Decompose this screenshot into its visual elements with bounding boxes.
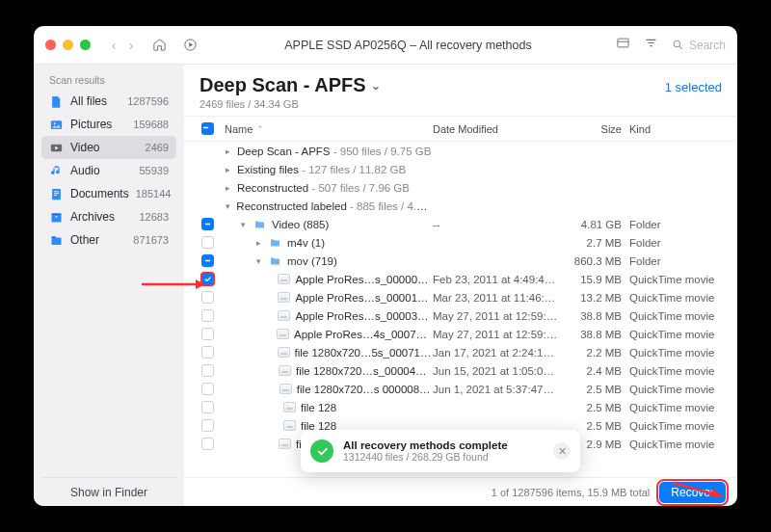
movie-icon — [278, 292, 290, 303]
disclosure-right-icon[interactable]: ▸ — [254, 238, 263, 248]
selected-count[interactable]: 1 selected — [665, 80, 722, 94]
group-row[interactable]: ▸Reconstructed - 507 files / 7.96 GB — [184, 178, 737, 197]
checkmark-icon — [310, 439, 333, 463]
row-checkbox[interactable] — [196, 291, 219, 304]
disclosure-down-icon[interactable]: ▾ — [224, 201, 231, 211]
date-modified: May 27, 2011 at 12:59:… — [433, 329, 566, 340]
sidebar-item-archives[interactable]: Archives12683 — [41, 205, 176, 228]
close-icon[interactable] — [45, 40, 56, 50]
row-checkbox[interactable] — [196, 364, 219, 377]
file-row[interactable]: file 1282.5 MBQuickTime movie — [184, 398, 737, 416]
file-size: 2.4 MB — [566, 365, 629, 377]
sidebar-item-count: 871673 — [133, 234, 169, 246]
folder-row[interactable]: ▾Video (885)--4.81 GBFolder — [184, 215, 737, 233]
sidebar-item-count: 159688 — [133, 119, 169, 130]
file-size: 4.81 GB — [566, 219, 629, 230]
file-row[interactable]: Apple ProRes…4s_000717.movMay 27, 2011 a… — [184, 325, 737, 343]
file-row[interactable]: file 1280x720…s_000041.movJun 15, 2021 a… — [184, 361, 737, 380]
toolbar-right: Search — [616, 36, 726, 54]
sidebar-item-video[interactable]: Video2469 — [41, 136, 176, 159]
item-name: Apple ProRes…4s_000717.mov — [294, 329, 433, 340]
row-checkbox[interactable] — [196, 383, 219, 395]
disclosure-right-icon[interactable]: ▸ — [224, 165, 232, 174]
file-kind: Folder — [629, 237, 726, 249]
sidebar-item-count: 12683 — [139, 211, 169, 223]
file-size: 38.8 MB — [566, 310, 629, 322]
file-row[interactable]: file 1280x720…5s_000716.movJan 17, 2021 … — [184, 343, 737, 361]
sidebar-item-pictures[interactable]: Pictures159688 — [41, 113, 176, 136]
group-row[interactable]: ▸Existing files - 127 files / 11.82 GB — [184, 160, 737, 178]
search-input[interactable]: Search — [672, 39, 726, 52]
file-row[interactable]: file 1280x720…s 000008.movJun 1, 2021 at… — [184, 380, 737, 398]
group-row[interactable]: ▸Deep Scan - APFS - 950 files / 9.75 GB — [184, 142, 737, 160]
show-in-finder-button[interactable]: Show in Finder — [41, 477, 176, 506]
sidebar-item-other[interactable]: Other871673 — [41, 228, 176, 252]
col-kind[interactable]: Kind — [629, 123, 726, 135]
minimize-icon[interactable] — [63, 40, 73, 50]
row-checkbox[interactable] — [196, 309, 219, 322]
footer: 1 of 1287596 items, 15.9 MB total Recove… — [184, 477, 737, 506]
row-checkbox[interactable] — [196, 254, 219, 267]
scan-icon[interactable] — [179, 35, 200, 56]
row-checkbox[interactable] — [196, 236, 219, 249]
disclosure-right-icon[interactable]: ▸ — [224, 146, 232, 156]
row-checkbox[interactable] — [196, 218, 219, 230]
close-icon[interactable]: ✕ — [553, 442, 571, 460]
col-name[interactable]: Name⌃ — [219, 123, 433, 135]
row-checkbox[interactable] — [196, 346, 219, 359]
sidebar-item-documents[interactable]: Documents185144 — [41, 182, 176, 205]
item-name: Apple ProRes…s_000012.mov — [295, 292, 433, 304]
sidebar-item-all-files[interactable]: All files1287596 — [41, 90, 176, 113]
toast-notification: All recovery methods complete 1312440 fi… — [301, 430, 580, 472]
col-date[interactable]: Date Modified — [433, 123, 566, 135]
disclosure-down-icon[interactable]: ▾ — [254, 256, 263, 266]
svg-point-2 — [674, 40, 680, 47]
file-list[interactable]: ▸Deep Scan - APFS - 950 files / 9.75 GB▸… — [184, 142, 737, 477]
item-name: Apple ProRes…s_000000.mov — [295, 274, 433, 285]
back-icon[interactable]: ‹ — [106, 35, 121, 56]
svg-rect-6 — [52, 188, 61, 199]
status-text: 1 of 1287596 items, 15.9 MB total — [492, 487, 651, 498]
row-checkbox[interactable] — [196, 401, 219, 413]
home-icon[interactable] — [148, 35, 170, 56]
recover-button[interactable]: Recover — [659, 482, 726, 503]
file-size: 13.2 MB — [566, 292, 629, 304]
sidebar-item-label: All files — [70, 94, 107, 108]
date-modified: May 27, 2011 at 12:59:… — [433, 310, 566, 322]
file-kind: QuickTime movie — [629, 274, 726, 285]
file-size: 38.8 MB — [566, 329, 629, 340]
view-mode-icon[interactable] — [616, 36, 630, 54]
zoom-icon[interactable] — [80, 40, 91, 50]
item-name: mov (719) — [287, 255, 337, 267]
col-size[interactable]: Size — [566, 123, 629, 135]
disclosure-down-icon[interactable]: ▾ — [239, 220, 248, 229]
file-size: 15.9 MB — [566, 274, 629, 285]
row-checkbox[interactable] — [196, 328, 219, 340]
svg-rect-10 — [52, 214, 62, 222]
row-checkbox[interactable] — [196, 273, 219, 285]
filter-icon[interactable] — [644, 36, 658, 54]
file-row[interactable]: Apple ProRes…s_000036.movMay 27, 2011 at… — [184, 306, 737, 325]
disclosure-right-icon[interactable]: ▸ — [224, 183, 232, 193]
sidebar-item-audio[interactable]: Audio55939 — [41, 159, 176, 182]
file-size: 2.2 MB — [566, 347, 629, 359]
file-row[interactable]: Apple ProRes…s_000000.movFeb 23, 2011 at… — [184, 270, 737, 288]
page-title[interactable]: Deep Scan - APFS⌄ — [199, 74, 381, 96]
row-checkbox[interactable] — [196, 419, 219, 432]
group-row[interactable]: ▾Reconstructed labeled - 885 files / 4.8… — [184, 197, 737, 215]
folder-row[interactable]: ▾mov (719)860.3 MBFolder — [184, 252, 737, 270]
forward-icon[interactable]: › — [123, 35, 139, 56]
row-checkbox[interactable] — [196, 438, 219, 450]
nav-arrows: ‹ › — [106, 35, 139, 56]
svg-rect-15 — [202, 127, 207, 128]
svg-point-4 — [54, 122, 56, 124]
window-title: APPLE SSD AP0256Q – All recovery methods — [210, 39, 606, 52]
folder-row[interactable]: ▸m4v (1)2.7 MBFolder — [184, 233, 737, 252]
file-row[interactable]: Apple ProRes…s_000012.movMar 23, 2011 at… — [184, 288, 737, 306]
movie-icon — [279, 439, 291, 449]
file-kind: QuickTime movie — [629, 402, 726, 413]
movie-icon — [278, 347, 290, 358]
traffic-lights — [45, 40, 91, 50]
file-kind: QuickTime movie — [629, 347, 726, 359]
select-all-checkbox[interactable] — [196, 122, 219, 135]
